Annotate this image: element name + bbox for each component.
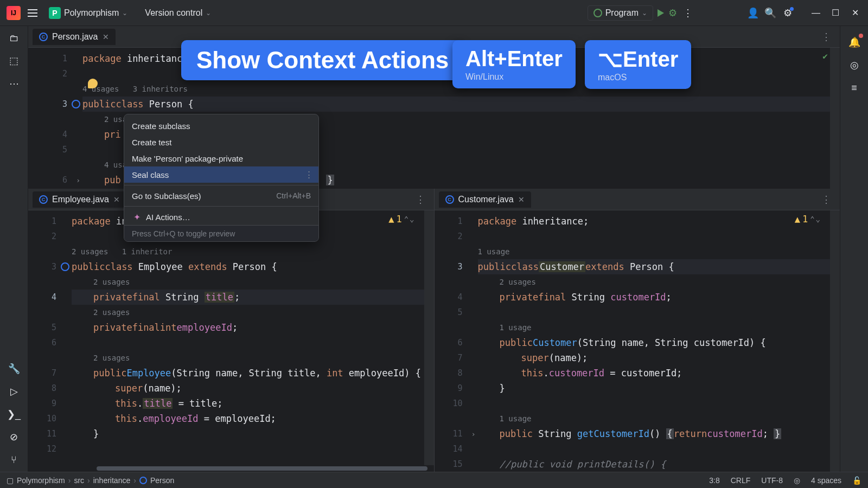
tab-more-button[interactable]: ⋮ xyxy=(817,194,835,206)
shortcut-key: Alt+Enter xyxy=(465,47,563,71)
tab-person[interactable]: C Person.java ✕ xyxy=(33,29,116,45)
usages-hint[interactable]: 2 usages xyxy=(72,274,434,290)
warning-icon: ▲ xyxy=(795,214,800,224)
more-tools-icon[interactable]: ⋯ xyxy=(7,76,22,91)
breadcrumb-item[interactable]: src xyxy=(74,476,84,485)
close-icon[interactable]: ✕ xyxy=(113,195,120,204)
fold-expand-icon[interactable]: › xyxy=(471,430,476,438)
more-icon[interactable]: ⋮ xyxy=(305,170,313,179)
callout-show-context-actions: Show Context Actions xyxy=(181,40,464,80)
run-button[interactable] xyxy=(658,9,664,17)
editor-marker-bar[interactable] xyxy=(424,210,434,465)
fold-expand-icon[interactable]: › xyxy=(76,176,80,184)
usages-hint[interactable]: 2 usages xyxy=(72,305,434,320)
caret-position[interactable]: 3:8 xyxy=(709,476,719,485)
editor-tabs-right: C Customer.java ✕ ⋮ xyxy=(435,189,840,210)
version-control-menu[interactable]: Version control ⌄ xyxy=(141,6,215,20)
bookmarks-tool-icon[interactable]: 🔧 xyxy=(7,361,22,376)
run-config-label: Program xyxy=(605,8,639,18)
indent-settings[interactable]: 4 spaces xyxy=(811,476,841,485)
more-actions-button[interactable]: ⋮ xyxy=(681,7,694,19)
editor-employee[interactable]: 1 2 3 4 5 6 7 8 9 10 11 xyxy=(28,210,434,465)
usages-hint[interactable]: 2 usages xyxy=(72,350,434,365)
prev-problem-button[interactable]: ⌃ xyxy=(404,215,409,223)
project-selector[interactable]: P Polymorphism ⌄ xyxy=(44,5,132,21)
warning-count: 1 xyxy=(802,214,808,224)
tab-more-button[interactable]: ⋮ xyxy=(411,194,430,206)
ctx-go-to-subclasses[interactable]: Go to Subclass(es)Ctrl+Alt+B xyxy=(124,188,318,204)
separator xyxy=(124,206,318,207)
ctx-make-package-private[interactable]: Make 'Person' package-private xyxy=(124,150,318,166)
shortcut-label: Ctrl+Alt+B xyxy=(276,191,311,200)
git-tool-icon[interactable]: ⑂ xyxy=(7,452,22,467)
java-class-icon: C xyxy=(39,195,48,204)
ctx-create-subclass[interactable]: Create subclass xyxy=(124,118,318,134)
ai-assistant-icon[interactable]: ◎ xyxy=(847,57,862,73)
callout-mac-shortcut: ⌥Enter macOS xyxy=(585,40,691,89)
editor-marker-bar[interactable] xyxy=(830,210,840,472)
window-maximize-button[interactable]: ☐ xyxy=(829,7,842,20)
java-class-icon: C xyxy=(39,33,48,41)
next-problem-button[interactable]: ⌄ xyxy=(816,215,820,223)
breadcrumb-item[interactable]: inheritance xyxy=(93,476,131,485)
ai-icon: ✦ xyxy=(132,212,142,222)
editor-customer[interactable]: 1 2 3 4 5 6 7 8 9 10 11› xyxy=(435,210,840,472)
warning-icon: ▲ xyxy=(388,214,394,224)
tab-employee[interactable]: C Employee.java ✕ xyxy=(33,191,126,208)
debug-button[interactable]: ⚙ xyxy=(668,7,677,19)
close-icon[interactable]: ✕ xyxy=(103,33,109,41)
structure-tool-icon[interactable]: ⬚ xyxy=(7,53,22,68)
chevron-down-icon: ⌄ xyxy=(122,9,127,17)
window-close-button[interactable]: ✕ xyxy=(848,7,861,20)
intention-bulb-icon[interactable] xyxy=(88,79,98,88)
run-tool-icon[interactable]: ▷ xyxy=(7,384,22,399)
tab-customer[interactable]: C Customer.java ✕ xyxy=(439,191,531,208)
chevron-down-icon: ⌄ xyxy=(206,9,211,17)
ctx-seal-class[interactable]: Seal class⋮ xyxy=(124,166,318,183)
implementations-gutter-icon[interactable] xyxy=(72,100,80,108)
readonly-lock-icon[interactable]: 🔓 xyxy=(852,476,861,485)
next-problem-button[interactable]: ⌄ xyxy=(410,215,414,223)
implementations-gutter-icon[interactable] xyxy=(61,262,69,271)
no-problems-icon[interactable]: ✔ xyxy=(822,51,828,61)
window-minimize-button[interactable]: — xyxy=(809,7,822,20)
project-name-label: Polymorphism xyxy=(64,8,119,18)
right-tool-strip: 🔔 ◎ ≡ xyxy=(840,26,868,472)
ctx-footer-hint: Press Ctrl+Q to toggle preview xyxy=(124,225,318,241)
reader-mode-icon[interactable]: ◎ xyxy=(794,476,800,485)
notifications-icon[interactable]: 🔔 xyxy=(847,35,862,50)
breadcrumb-item[interactable]: Polymorphism xyxy=(17,476,65,485)
usages-hint[interactable]: 2 usages 1 inheritor xyxy=(72,244,434,259)
breadcrumb-item[interactable]: Person xyxy=(150,476,174,485)
ctx-ai-actions[interactable]: ✦AI Actions… xyxy=(124,209,318,225)
prev-problem-button[interactable]: ⌃ xyxy=(810,215,814,223)
usages-hint[interactable]: 1 usage xyxy=(478,244,840,259)
tab-label: Person.java xyxy=(52,32,98,42)
main-menu-button[interactable] xyxy=(25,5,40,21)
separator xyxy=(124,185,318,185)
warning-count: 1 xyxy=(396,214,401,224)
tab-more-button[interactable]: ⋮ xyxy=(817,31,835,43)
usages-hint[interactable]: 1 usage xyxy=(478,320,840,335)
problems-tool-icon[interactable]: ⊘ xyxy=(7,429,22,445)
editor-marker-bar[interactable] xyxy=(830,48,840,189)
run-configuration-selector[interactable]: Program ⌄ xyxy=(588,5,653,21)
close-icon[interactable]: ✕ xyxy=(518,195,525,204)
line-separator[interactable]: CRLF xyxy=(731,476,751,485)
search-everywhere-icon[interactable]: 🔍 xyxy=(764,7,777,20)
context-actions-popup: Create subclass Create test Make 'Person… xyxy=(124,114,319,242)
database-tool-icon[interactable]: ≡ xyxy=(847,80,862,95)
warnings-indicator[interactable]: ▲ 1 ⌃⌄ xyxy=(795,214,820,224)
settings-icon[interactable]: ⚙ xyxy=(781,7,794,20)
usages-hint[interactable]: 2 usages xyxy=(478,274,840,290)
usages-hint[interactable]: 1 usage xyxy=(478,411,840,426)
project-tool-icon[interactable]: 🗀 xyxy=(7,30,22,46)
ctx-create-test[interactable]: Create test xyxy=(124,134,318,150)
warnings-indicator[interactable]: ▲ 1 ⌃⌄ xyxy=(388,214,414,224)
terminal-tool-icon[interactable]: ❯_ xyxy=(7,407,22,422)
code-with-me-icon[interactable]: 👤 xyxy=(746,7,760,20)
horizontal-scrollbar[interactable] xyxy=(82,465,434,472)
callout-winlinux-shortcut: Alt+Enter Win/Linux xyxy=(452,40,576,88)
breadcrumb[interactable]: ▢ Polymorphism › src › inheritance › Per… xyxy=(7,476,174,485)
file-encoding[interactable]: UTF-8 xyxy=(761,476,783,485)
